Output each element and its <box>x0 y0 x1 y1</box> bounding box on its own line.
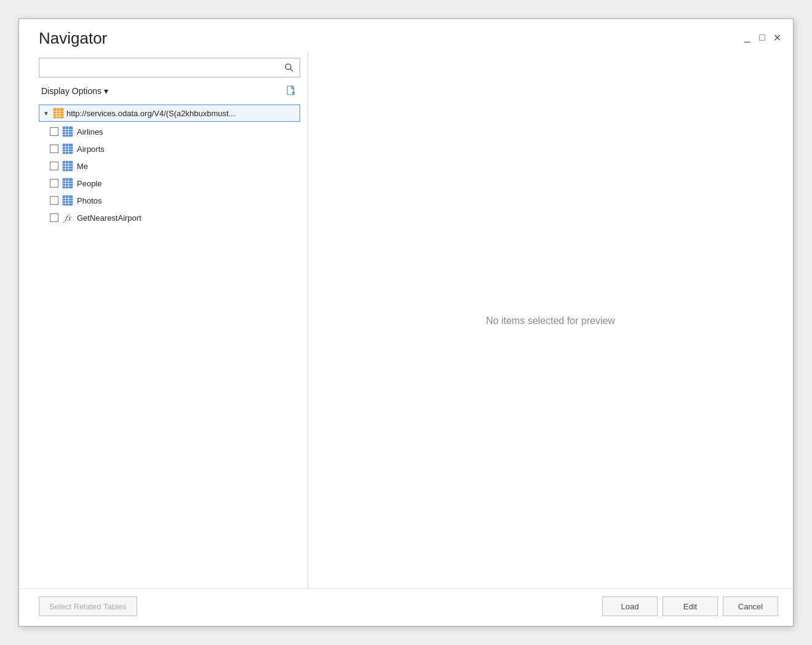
options-row: Display Options ▾ <box>39 82 300 100</box>
me-label: Me <box>77 162 88 171</box>
refresh-button[interactable] <box>283 82 300 100</box>
list-item[interactable]: 𝑓𝑥 GetNearestAirport <box>46 209 300 226</box>
cancel-button[interactable]: Cancel <box>723 596 778 616</box>
page-title: Navigator <box>39 29 107 48</box>
tree-children: Airlines Airports <box>39 123 300 226</box>
footer-right: Load Edit Cancel <box>602 596 778 616</box>
people-table-icon <box>62 178 73 189</box>
me-checkbox[interactable] <box>50 162 58 170</box>
search-input[interactable] <box>39 61 279 75</box>
svg-rect-16 <box>63 144 73 154</box>
svg-rect-34 <box>63 196 73 205</box>
tree-root-item[interactable]: ▼ http://services.odata.org/V4/(S(a2khbu… <box>39 105 300 122</box>
airports-label: Airports <box>77 144 105 154</box>
content-area: Display Options ▾ <box>19 48 793 588</box>
me-table-icon <box>62 160 73 172</box>
getnearestairport-checkbox[interactable] <box>50 213 58 222</box>
root-table-icon <box>53 108 64 119</box>
people-checkbox[interactable] <box>50 179 58 188</box>
svg-rect-22 <box>63 161 73 171</box>
people-label: People <box>77 179 102 188</box>
airlines-label: Airlines <box>77 127 103 137</box>
function-icon: 𝑓𝑥 <box>62 212 73 223</box>
display-options-label: Display Options <box>41 86 102 96</box>
list-item[interactable]: Photos <box>46 192 300 209</box>
svg-rect-28 <box>63 178 73 188</box>
photos-checkbox[interactable] <box>50 196 58 205</box>
maximize-button[interactable]: □ <box>756 31 768 44</box>
select-related-tables-button[interactable]: Select Related Tables <box>39 596 137 616</box>
search-button[interactable] <box>279 58 300 77</box>
load-button[interactable]: Load <box>602 596 658 616</box>
edit-button[interactable]: Edit <box>663 596 718 616</box>
left-panel: Display Options ▾ <box>19 53 308 588</box>
photos-label: Photos <box>77 196 102 205</box>
list-item[interactable]: Airlines <box>46 123 300 140</box>
window-controls: ⎯ □ ✕ <box>741 29 783 44</box>
svg-rect-4 <box>54 108 63 118</box>
airports-table-icon <box>62 143 73 154</box>
title-bar: Navigator ⎯ □ ✕ <box>19 19 793 48</box>
list-item[interactable]: Me <box>46 157 300 175</box>
airlines-checkbox[interactable] <box>50 127 58 136</box>
photos-table-icon <box>62 195 73 206</box>
footer: Select Related Tables Load Edit Cancel <box>19 588 793 626</box>
getnearestairport-label: GetNearestAirport <box>77 213 141 223</box>
dropdown-icon: ▾ <box>104 86 108 96</box>
tree-container: ▼ http://services.odata.org/V4/(S(a2khbu… <box>39 105 300 584</box>
collapse-chevron: ▼ <box>43 110 49 117</box>
navigator-window: Navigator ⎯ □ ✕ Disp <box>18 18 794 627</box>
airlines-table-icon <box>62 126 73 137</box>
search-row <box>39 58 300 77</box>
list-item[interactable]: Airports <box>46 140 300 157</box>
minimize-button[interactable]: ⎯ <box>741 31 754 44</box>
no-preview-message: No items selected for preview <box>486 315 615 326</box>
svg-point-0 <box>285 64 291 69</box>
close-button[interactable]: ✕ <box>771 31 783 44</box>
refresh-icon <box>285 85 298 97</box>
search-icon <box>284 63 294 73</box>
list-item[interactable]: People <box>46 175 300 192</box>
svg-line-1 <box>290 69 293 71</box>
display-options-button[interactable]: Display Options ▾ <box>39 85 111 97</box>
svg-rect-10 <box>63 127 73 137</box>
root-label: http://services.odata.org/V4/(S(a2khbuxb… <box>66 109 236 118</box>
footer-left: Select Related Tables <box>39 596 137 616</box>
airports-checkbox[interactable] <box>50 144 58 153</box>
right-panel: No items selected for preview <box>308 53 793 588</box>
